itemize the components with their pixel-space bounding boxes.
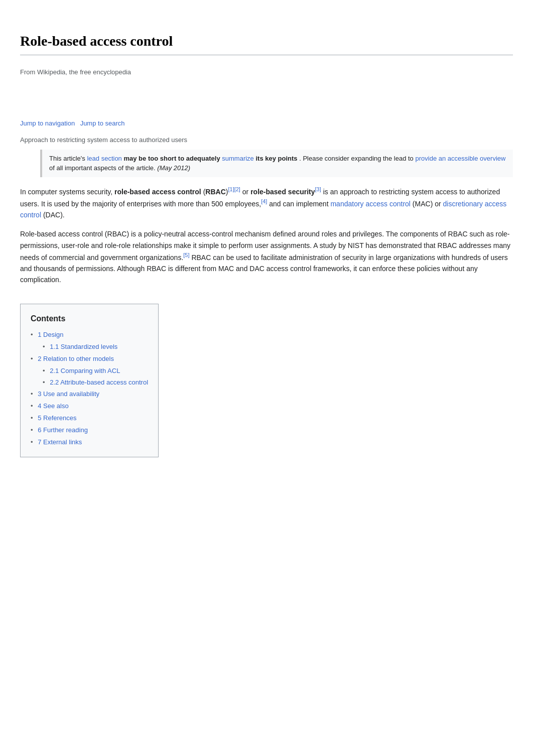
contents-item-1-1: 1.1 Standardized levels xyxy=(43,342,148,352)
contents-item-2: 2 Relation to other models 2.1 Comparing… xyxy=(31,354,148,388)
jump-links: Jump to navigation Jump to search xyxy=(20,118,513,129)
jump-to-navigation-link[interactable]: Jump to navigation xyxy=(20,119,75,127)
contents-item-4: 4 See also xyxy=(31,401,148,412)
contents-item-6: 6 Further reading xyxy=(31,425,148,436)
provide-overview-link[interactable]: provide an accessible overview xyxy=(415,155,505,162)
contents-item-1: 1 Design 1.1 Standardized levels xyxy=(31,330,148,352)
notice-bold-part2: may be too short to adequately xyxy=(123,155,220,162)
contents-link-relation[interactable]: 2 Relation to other models xyxy=(38,355,114,362)
notice-text-part1: This article's xyxy=(49,155,85,162)
mac-link[interactable]: mandatory access control xyxy=(330,199,411,207)
contents-link-use[interactable]: 3 Use and availability xyxy=(38,390,99,398)
rbac-abbr: RBAC xyxy=(205,187,225,195)
notice-date: (May 2012) xyxy=(157,164,190,172)
contents-list: 1 Design 1.1 Standardized levels 2 Relat… xyxy=(31,330,148,447)
contents-box: Contents 1 Design 1.1 Standardized level… xyxy=(20,304,159,458)
contents-item-2-1: 2.1 Comparing with ACL xyxy=(43,366,148,376)
contents-item-3: 3 Use and availability xyxy=(31,389,148,400)
article-body: In computer systems security, role-based… xyxy=(20,185,513,470)
notice-text-part5: of all important aspects of the article. xyxy=(49,164,156,172)
from-wikipedia: From Wikipedia, the free encyclopedia xyxy=(20,67,513,78)
contents-item-5: 5 References xyxy=(31,413,148,424)
contents-link-see-also[interactable]: 4 See also xyxy=(38,402,68,410)
ref3-link[interactable]: [3] xyxy=(315,186,321,192)
notice-text-part4: . Please consider expanding the lead to xyxy=(299,155,414,162)
contents-item-7: 7 External links xyxy=(31,437,148,448)
rbac-bold: role-based access control xyxy=(114,187,201,195)
contents-link-further-reading[interactable]: 6 Further reading xyxy=(38,426,88,434)
page-title: Role-based access control xyxy=(20,30,513,55)
contents-item-2-2: 2.2 Attribute-based access control xyxy=(43,377,148,388)
short-description: Approach to restricting system access to… xyxy=(20,135,513,146)
contents-sublist-2: 2.1 Comparing with ACL 2.2 Attribute-bas… xyxy=(43,366,148,388)
notice-box: This article's lead section may be too s… xyxy=(40,150,513,177)
summarize-link[interactable]: summarize xyxy=(222,155,254,162)
contents-link-references[interactable]: 5 References xyxy=(38,414,76,422)
ref5-link[interactable]: [5] xyxy=(183,252,189,258)
notice-bold-part3: its key points xyxy=(255,155,297,162)
lead-section-link[interactable]: lead section xyxy=(87,155,121,162)
contents-link-design[interactable]: 1 Design xyxy=(38,331,63,338)
contents-title: Contents xyxy=(31,312,148,325)
contents-sublist-1: 1.1 Standardized levels xyxy=(43,342,148,352)
ref1-link[interactable]: [1] xyxy=(228,186,234,192)
ref4-link[interactable]: [4] xyxy=(261,198,267,204)
jump-to-search-link[interactable]: Jump to search xyxy=(80,119,125,127)
contents-link-abac[interactable]: 2.2 Attribute-based access control xyxy=(50,379,148,386)
intro-paragraph-2: Role-based access control (RBAC) is a po… xyxy=(20,228,513,286)
role-based-security-bold: role-based security xyxy=(250,187,315,195)
intro-paragraph-1: In computer systems security, role-based… xyxy=(20,185,513,220)
contents-link-standardized-levels[interactable]: 1.1 Standardized levels xyxy=(50,343,117,350)
ref2-link[interactable]: [2] xyxy=(234,186,240,192)
contents-link-acl[interactable]: 2.1 Comparing with ACL xyxy=(50,367,120,374)
contents-link-external-links[interactable]: 7 External links xyxy=(38,438,82,446)
